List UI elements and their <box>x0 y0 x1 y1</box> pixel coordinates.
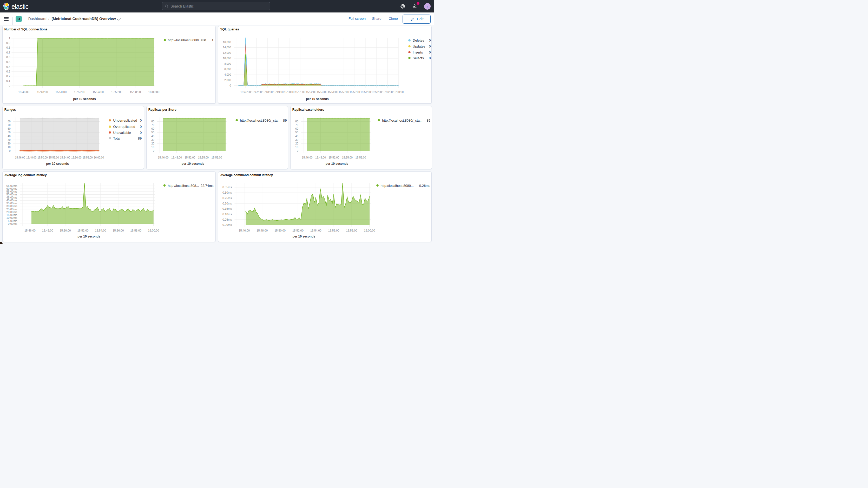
svg-text:15:53:00: 15:53:00 <box>317 91 327 94</box>
svg-text:0: 0 <box>9 149 11 152</box>
svg-text:5.00ms: 5.00ms <box>8 219 18 222</box>
svg-text:15:48:00: 15:48:00 <box>256 229 268 232</box>
svg-text:http://localhost:8080/_stat...: http://localhost:8080/_stat... <box>168 38 209 42</box>
svg-text:10: 10 <box>7 146 11 149</box>
svg-text:15:52:00: 15:52:00 <box>78 229 89 232</box>
svg-text:4,000: 4,000 <box>224 73 231 76</box>
svg-text:30: 30 <box>295 138 298 141</box>
svg-text:0.15ms: 0.15ms <box>222 207 232 210</box>
svg-text:55.00ms: 55.00ms <box>6 190 18 193</box>
svg-text:15:54:00: 15:54:00 <box>328 91 338 94</box>
svg-text:0.9: 0.9 <box>6 41 10 44</box>
svg-text:0.26ms: 0.26ms <box>419 184 430 188</box>
svg-text:15:46:00: 15:46:00 <box>302 156 312 159</box>
svg-text:15:56:00: 15:56:00 <box>71 156 81 159</box>
svg-text:15:46:00: 15:46:00 <box>158 156 168 159</box>
svg-text:0: 0 <box>140 119 142 122</box>
svg-text:30: 30 <box>151 138 154 141</box>
svg-text:16:00:00: 16:00:00 <box>148 229 159 232</box>
svg-text:http://localhost:8080...: http://localhost:8080... <box>381 184 414 188</box>
svg-text:0.5: 0.5 <box>6 60 10 63</box>
svg-text:15:58:00: 15:58:00 <box>130 229 142 232</box>
svg-text:25.00ms: 25.00ms <box>6 208 18 211</box>
svg-text:15:48:00: 15:48:00 <box>42 229 53 232</box>
svg-text:30.00ms: 30.00ms <box>6 205 18 208</box>
svg-text:15:47:00: 15:47:00 <box>251 91 262 94</box>
svg-text:60.00ms: 60.00ms <box>6 187 18 190</box>
svg-text:15:49:00: 15:49:00 <box>315 156 326 159</box>
svg-text:Selects: Selects <box>413 56 424 60</box>
svg-text:http://localhost:808...: http://localhost:808... <box>168 184 199 188</box>
svg-text:15:50:00: 15:50:00 <box>37 156 48 159</box>
svg-text:Total: Total <box>113 136 121 140</box>
svg-text:0.20ms: 0.20ms <box>222 202 232 205</box>
svg-text:50: 50 <box>295 131 298 134</box>
svg-text:15:52:00: 15:52:00 <box>329 156 339 159</box>
svg-text:15:51:00: 15:51:00 <box>295 91 305 94</box>
svg-text:45.00ms: 45.00ms <box>6 196 18 199</box>
svg-text:14,000: 14,000 <box>223 46 231 49</box>
svg-text:http://localhost:8080/_sta...: http://localhost:8080/_sta... <box>240 119 280 122</box>
svg-text:0: 0 <box>8 84 10 87</box>
svg-text:50: 50 <box>151 131 154 134</box>
svg-text:70: 70 <box>295 123 298 126</box>
svg-text:0: 0 <box>429 51 431 54</box>
svg-text:89: 89 <box>138 136 142 140</box>
svg-text:0.8: 0.8 <box>6 46 10 49</box>
svg-text:60: 60 <box>7 127 11 130</box>
svg-text:15:48:00: 15:48:00 <box>262 91 273 94</box>
svg-text:0: 0 <box>140 125 142 129</box>
svg-text:0.3: 0.3 <box>6 70 10 73</box>
svg-text:1: 1 <box>212 38 213 42</box>
svg-text:10.00ms: 10.00ms <box>6 216 18 219</box>
svg-text:15:52:00: 15:52:00 <box>74 90 85 94</box>
svg-text:1: 1 <box>8 37 10 40</box>
svg-text:0.30ms: 0.30ms <box>222 191 232 194</box>
svg-text:15:49:00: 15:49:00 <box>273 91 283 94</box>
svg-text:15:58:00: 15:58:00 <box>346 229 357 232</box>
svg-text:Underreplicated: Underreplicated <box>113 119 137 122</box>
svg-text:0.00ms: 0.00ms <box>222 223 232 226</box>
svg-text:15:58:00: 15:58:00 <box>371 91 382 94</box>
svg-text:40: 40 <box>7 135 11 138</box>
svg-text:0.25ms: 0.25ms <box>222 196 232 200</box>
svg-text:15:56:00: 15:56:00 <box>328 229 339 232</box>
svg-text:0.05ms: 0.05ms <box>222 218 232 221</box>
svg-text:40.00ms: 40.00ms <box>6 199 18 202</box>
svg-text:65.00ms: 65.00ms <box>6 184 18 187</box>
svg-text:15:55:00: 15:55:00 <box>342 156 353 159</box>
svg-text:0: 0 <box>297 149 298 152</box>
svg-text:15:50:00: 15:50:00 <box>274 229 286 232</box>
svg-text:0.4: 0.4 <box>6 65 10 68</box>
svg-text:per 10 seconds: per 10 seconds <box>46 162 69 165</box>
svg-text:15:46:00: 15:46:00 <box>239 229 250 232</box>
svg-text:15:54:00: 15:54:00 <box>95 229 106 232</box>
svg-text:20: 20 <box>151 142 154 145</box>
svg-text:15:52:00: 15:52:00 <box>292 229 304 232</box>
svg-text:15:52:00: 15:52:00 <box>49 156 59 159</box>
svg-text:80: 80 <box>151 120 154 123</box>
svg-text:0: 0 <box>229 84 231 87</box>
svg-text:89: 89 <box>283 119 287 122</box>
svg-text:Unavailable: Unavailable <box>113 131 131 134</box>
svg-text:15:46:00: 15:46:00 <box>15 156 25 159</box>
svg-text:16:00:00: 16:00:00 <box>94 156 104 159</box>
svg-text:50.00ms: 50.00ms <box>6 193 18 196</box>
svg-text:10: 10 <box>295 146 298 149</box>
svg-text:http://localhost:8080/_sta...: http://localhost:8080/_sta... <box>382 119 422 122</box>
svg-text:30: 30 <box>7 139 11 141</box>
svg-text:15:57:00: 15:57:00 <box>361 91 371 94</box>
svg-text:0.6: 0.6 <box>6 56 10 59</box>
svg-text:per 10 seconds: per 10 seconds <box>73 97 96 101</box>
svg-text:70: 70 <box>151 123 154 126</box>
svg-text:15:46:00: 15:46:00 <box>240 91 251 94</box>
svg-text:15:56:00: 15:56:00 <box>349 91 360 94</box>
svg-text:0: 0 <box>429 38 431 42</box>
svg-text:40: 40 <box>151 134 154 138</box>
svg-text:20: 20 <box>7 142 11 145</box>
svg-text:60: 60 <box>151 127 154 130</box>
svg-text:15:59:00: 15:59:00 <box>382 91 393 94</box>
svg-text:80: 80 <box>7 120 11 123</box>
svg-text:35.00ms: 35.00ms <box>6 202 18 205</box>
svg-text:15.00ms: 15.00ms <box>6 213 18 216</box>
